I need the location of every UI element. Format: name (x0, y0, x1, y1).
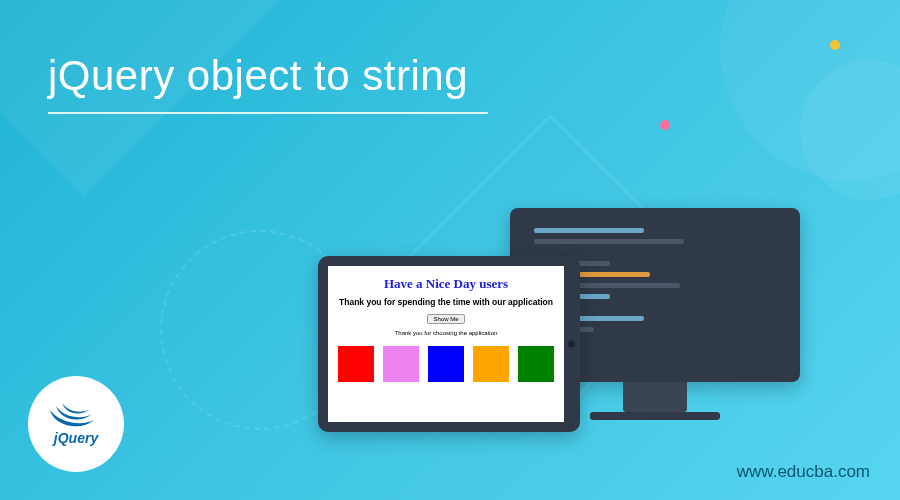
tablet-show-button: Show Me (427, 314, 464, 324)
code-line (534, 239, 684, 244)
title-underline (48, 112, 488, 114)
jquery-swoosh-icon (46, 402, 106, 432)
website-url: www.educba.com (737, 462, 870, 482)
color-swatch (518, 346, 554, 382)
monitor-stand (623, 382, 687, 412)
monitor-base (590, 412, 720, 420)
banner-root: jQuery object to string jQuery Have a Ni… (0, 0, 900, 500)
color-swatch (383, 346, 419, 382)
tablet-home-button (568, 341, 575, 348)
code-line (534, 228, 644, 233)
tablet-screen: Have a Nice Day users Thank you for spen… (328, 266, 564, 422)
tablet-illustration: Have a Nice Day users Thank you for spen… (318, 256, 580, 432)
tablet-subheading: Thank you for spending the time with our… (339, 297, 553, 307)
tablet-heading: Have a Nice Day users (384, 276, 508, 292)
color-swatch (338, 346, 374, 382)
jquery-logo: jQuery (28, 376, 124, 472)
color-swatch (428, 346, 464, 382)
color-swatch-row (338, 346, 554, 382)
page-title: jQuery object to string (48, 52, 468, 100)
tablet-small-text: Thank you for choosing the application (395, 330, 498, 336)
color-swatch (473, 346, 509, 382)
jquery-logo-label: jQuery (54, 430, 98, 446)
bg-dot-yellow (830, 40, 840, 50)
bg-dot-pink (660, 120, 670, 130)
